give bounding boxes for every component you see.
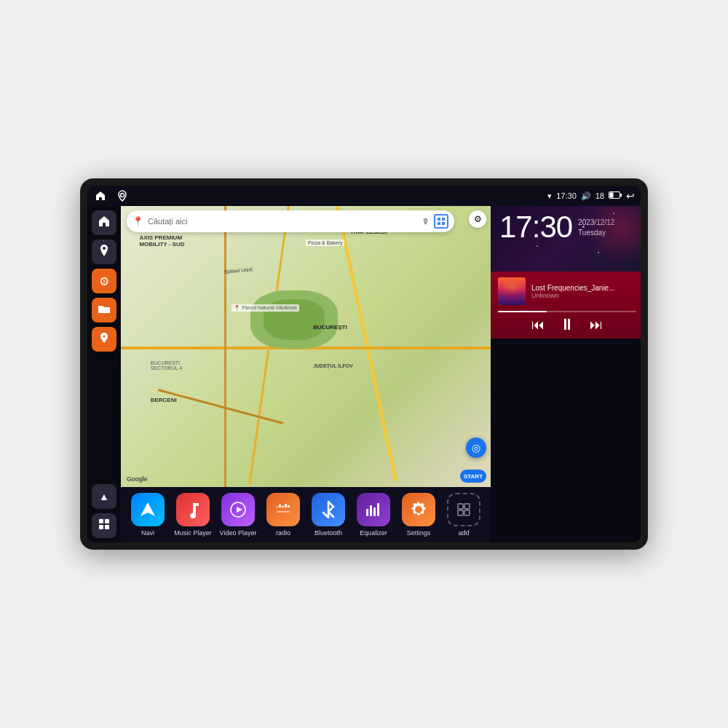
map-road-vertical bbox=[224, 206, 226, 487]
svg-rect-2 bbox=[620, 194, 622, 197]
svg-point-5 bbox=[103, 336, 106, 338]
video-player-icon bbox=[221, 493, 255, 526]
map-status-icon[interactable] bbox=[115, 189, 130, 203]
center-area: AXIS PREMIUMMOBILITY - SUD 📍 Parcul Natu… bbox=[121, 206, 491, 542]
svg-rect-3 bbox=[610, 193, 614, 198]
svg-rect-21 bbox=[288, 505, 290, 507]
svg-rect-11 bbox=[442, 218, 445, 221]
map-start-button[interactable]: START bbox=[460, 470, 486, 483]
svg-point-0 bbox=[121, 194, 124, 197]
svg-rect-22 bbox=[277, 511, 290, 513]
prev-button[interactable]: ⏮ bbox=[531, 318, 545, 331]
status-bar: ▾ 17:30 🔊 18 ↩ bbox=[87, 186, 641, 206]
map-label-axis: AXIS PREMIUMMOBILITY - SUD bbox=[139, 234, 184, 248]
home-status-icon[interactable] bbox=[93, 189, 108, 203]
map-label-judet: JUDEȚUL ILFOV bbox=[313, 363, 353, 368]
svg-rect-30 bbox=[464, 510, 470, 515]
app-item-video-player[interactable]: Video Player bbox=[215, 493, 261, 537]
screen: ▾ 17:30 🔊 18 ↩ bbox=[87, 186, 641, 542]
sidebar-item-home[interactable] bbox=[92, 210, 116, 235]
music-progress-fill bbox=[498, 311, 547, 312]
svg-rect-20 bbox=[285, 504, 287, 507]
mic-icon[interactable]: 🎙 bbox=[422, 217, 430, 226]
svg-rect-25 bbox=[373, 507, 376, 516]
app-item-add[interactable]: add bbox=[441, 493, 486, 537]
map-label-parc: 📍 Parcul Natural Văcărești bbox=[232, 304, 298, 312]
map-search-bar[interactable]: 📍 Căutați aici 🎙 bbox=[127, 210, 454, 232]
music-controls: ⏮ ⏸ ⏭ bbox=[498, 317, 636, 333]
radio-label: radio bbox=[276, 529, 290, 537]
svg-rect-28 bbox=[464, 504, 470, 509]
map-road-berceni bbox=[157, 389, 283, 424]
map-park-area bbox=[250, 290, 338, 349]
sidebar-item-location[interactable] bbox=[92, 327, 116, 352]
sidebar-item-grid[interactable] bbox=[92, 513, 116, 538]
status-right: ▾ 17:30 🔊 18 ↩ bbox=[547, 190, 635, 202]
map-label-pizza: Pizza & Bakery bbox=[306, 240, 344, 246]
music-title: Lost Frequencies_Janie... bbox=[531, 284, 636, 292]
sidebar-item-settings[interactable]: ⚙ bbox=[92, 269, 116, 293]
status-left bbox=[93, 189, 130, 203]
google-maps-icon: 📍 bbox=[132, 216, 143, 226]
device: ▾ 17:30 🔊 18 ↩ bbox=[80, 178, 648, 550]
svg-rect-6 bbox=[99, 519, 103, 523]
app-item-bluetooth[interactable]: Bluetooth bbox=[306, 493, 351, 537]
svg-rect-17 bbox=[276, 507, 278, 507]
map-background: AXIS PREMIUMMOBILITY - SUD 📍 Parcul Natu… bbox=[121, 206, 491, 487]
svg-rect-19 bbox=[282, 506, 284, 507]
status-time: 17:30 bbox=[556, 191, 577, 200]
bluetooth-label: Bluetooth bbox=[314, 529, 342, 537]
map-area[interactable]: AXIS PREMIUMMOBILITY - SUD 📍 Parcul Natu… bbox=[121, 206, 491, 487]
music-player-icon bbox=[176, 493, 210, 526]
app-grid: Navi Music Player bbox=[121, 487, 491, 542]
svg-rect-8 bbox=[99, 525, 103, 529]
equalizer-icon bbox=[357, 493, 390, 526]
svg-rect-7 bbox=[105, 519, 109, 523]
app-item-settings[interactable]: Settings bbox=[396, 493, 441, 537]
volume-icon: 🔊 bbox=[581, 191, 591, 201]
sidebar-item-maps[interactable] bbox=[92, 240, 116, 264]
svg-rect-23 bbox=[366, 509, 368, 516]
wifi-icon: ▾ bbox=[547, 191, 552, 201]
map-settings-button[interactable]: ⚙ bbox=[469, 210, 486, 228]
clock-day: Tuesday bbox=[578, 228, 614, 238]
sidebar-item-arrow[interactable]: ▲ bbox=[92, 484, 116, 509]
back-icon[interactable]: ↩ bbox=[626, 190, 635, 202]
svg-rect-9 bbox=[105, 525, 109, 529]
sidebar-item-files[interactable] bbox=[92, 298, 116, 323]
music-info: Lost Frequencies_Janie... Unknown bbox=[498, 277, 636, 305]
album-art bbox=[498, 277, 526, 305]
home-icon bbox=[98, 215, 111, 231]
map-label-splaiu: Splaiul Unirii bbox=[224, 266, 253, 274]
map-layers-icon[interactable] bbox=[434, 214, 448, 229]
svg-rect-27 bbox=[458, 504, 463, 509]
clock-time-display: 17:30 bbox=[499, 212, 572, 242]
location-icon bbox=[98, 332, 110, 347]
battery-level: 18 bbox=[596, 191, 604, 200]
radio-icon bbox=[266, 493, 300, 526]
svg-rect-10 bbox=[438, 218, 440, 221]
gear-icon: ⚙ bbox=[99, 274, 109, 288]
svg-rect-29 bbox=[458, 510, 463, 515]
app-item-music-player[interactable]: Music Player bbox=[170, 493, 215, 537]
navi-label: Navi bbox=[141, 529, 154, 537]
map-label-bucuresti: BUCUREȘTI bbox=[313, 324, 347, 331]
add-label: add bbox=[458, 529, 469, 537]
pause-button[interactable]: ⏸ bbox=[559, 317, 575, 333]
clock-date-display: 2023/12/12 Tuesday bbox=[578, 212, 614, 238]
app-item-radio[interactable]: radio bbox=[261, 493, 306, 537]
next-button[interactable]: ⏭ bbox=[590, 318, 603, 331]
folder-icon bbox=[98, 304, 111, 317]
app-item-equalizer[interactable]: Equalizer bbox=[351, 493, 396, 537]
settings-icon-container bbox=[402, 493, 435, 526]
svg-rect-18 bbox=[279, 505, 281, 507]
svg-marker-14 bbox=[141, 502, 155, 516]
clock-widget: 17:30 2023/12/12 Tuesday bbox=[491, 206, 641, 272]
svg-marker-16 bbox=[237, 507, 242, 513]
music-progress-bar[interactable] bbox=[498, 311, 636, 312]
map-location-button[interactable]: ◎ bbox=[466, 438, 486, 458]
app-item-navi[interactable]: Navi bbox=[125, 493, 170, 537]
map-label-berceni: BERCENI bbox=[151, 397, 177, 403]
right-panel: 17:30 2023/12/12 Tuesday bbox=[491, 206, 641, 542]
add-icon bbox=[447, 493, 480, 526]
